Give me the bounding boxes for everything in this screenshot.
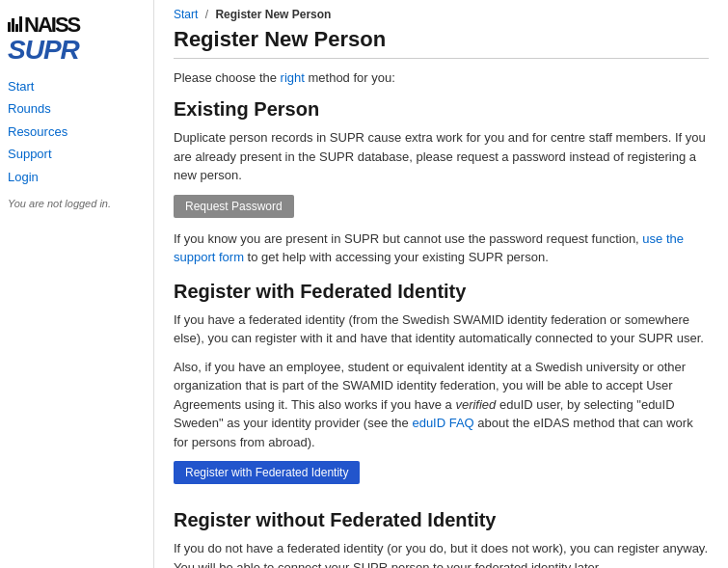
federated-identity-text2: Also, if you have an employee, student o… bbox=[174, 358, 709, 452]
breadcrumb-current: Register New Person bbox=[215, 8, 331, 21]
section-no-federated-identity: Register without Federated Identity If y… bbox=[174, 509, 709, 568]
eduid-faq-link[interactable]: eduID FAQ bbox=[412, 416, 473, 430]
no-federated-identity-title: Register without Federated Identity bbox=[174, 509, 709, 531]
request-password-button[interactable]: Request Password bbox=[174, 195, 294, 218]
logo-naiss: NAISS bbox=[8, 10, 144, 37]
verified-em: verified bbox=[455, 397, 496, 412]
no-federated-identity-text1: If you do not have a federated identity … bbox=[174, 539, 709, 568]
intro-text: Please choose the right method for you: bbox=[174, 70, 709, 85]
federated-identity-title: Register with Federated Identity bbox=[174, 281, 709, 303]
existing-person-text1: Duplicate person records in SUPR cause e… bbox=[174, 128, 709, 185]
federated-identity-text1: If you have a federated identity (from t… bbox=[174, 311, 709, 348]
breadcrumb-start-link[interactable]: Start bbox=[174, 8, 198, 21]
existing-person-title: Existing Person bbox=[174, 98, 709, 121]
sidebar-item-start[interactable]: Start bbox=[8, 75, 144, 97]
sidebar-item-login[interactable]: Login bbox=[8, 166, 144, 188]
logo-supr: SUPR bbox=[8, 37, 144, 64]
main-content: Start / Register New Person Register New… bbox=[154, 0, 728, 568]
sidebar-item-rounds[interactable]: Rounds bbox=[8, 97, 144, 120]
breadcrumb: Start / Register New Person bbox=[174, 8, 709, 21]
sidebar-item-resources[interactable]: Resources bbox=[8, 121, 144, 143]
support-form-link[interactable]: use the support form bbox=[174, 231, 684, 265]
breadcrumb-separator: / bbox=[205, 8, 208, 21]
register-federated-button[interactable]: Register with Federated Identity bbox=[174, 461, 360, 484]
login-status: You are not logged in. bbox=[8, 198, 144, 209]
intro-highlight: right bbox=[281, 70, 305, 85]
section-federated-identity: Register with Federated Identity If you … bbox=[174, 281, 709, 497]
sidebar-nav: Start Rounds Resources Support Login bbox=[8, 75, 144, 188]
section-existing-person: Existing Person Duplicate person records… bbox=[174, 98, 709, 267]
sidebar: NAISS SUPR Start Rounds Resources Suppor… bbox=[0, 0, 154, 568]
page-title: Register New Person bbox=[174, 27, 709, 59]
existing-person-text2: If you know you are present in SUPR but … bbox=[174, 230, 709, 267]
logo: NAISS SUPR bbox=[8, 10, 144, 64]
sidebar-item-support[interactable]: Support bbox=[8, 143, 144, 165]
